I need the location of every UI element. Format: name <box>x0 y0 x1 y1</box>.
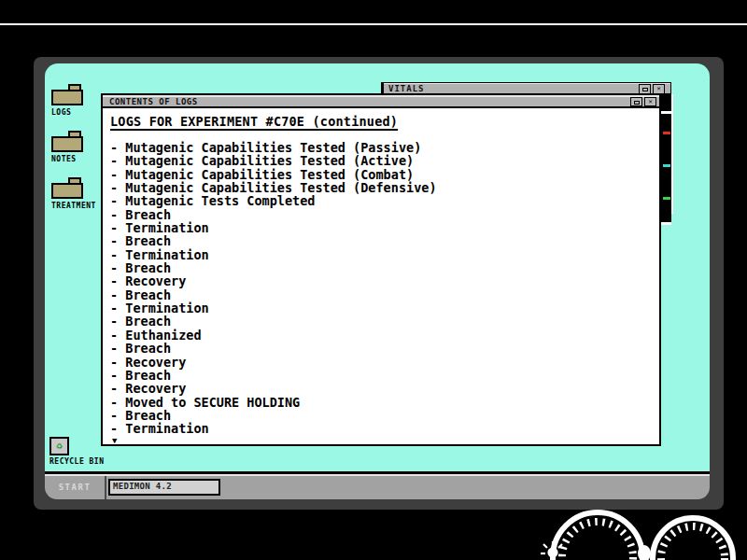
vitals-reading-green <box>663 197 670 200</box>
folder-body <box>51 183 83 199</box>
close-icon[interactable]: ✕ <box>644 97 656 106</box>
log-entry: - Breach <box>110 315 652 328</box>
minimize-glyph <box>642 88 648 91</box>
taskbar-divider <box>105 476 106 499</box>
logs-titlebar[interactable]: CONTENTS OF LOGS ✕ <box>103 95 659 108</box>
taskbar: START MEDIMON 4.2 <box>45 474 710 499</box>
log-entry: - Breach <box>110 342 652 355</box>
log-entry: - Breach <box>110 409 652 422</box>
log-entry: - Breach <box>110 369 652 382</box>
folder-icon <box>51 84 83 105</box>
folder-body <box>51 136 83 152</box>
logs-content: LOGS FOR EXPERIMENT #C70E (continued) - … <box>103 108 659 445</box>
log-entry: - Moved to SECURE HOLDING <box>110 396 652 409</box>
log-entry: - Breach <box>110 288 652 301</box>
minimize-icon[interactable] <box>630 97 642 106</box>
log-entry-text: Termination <box>125 421 208 436</box>
recycle-bin[interactable]: ♻ RECYCLE BIN <box>49 437 104 466</box>
recycle-bin-label: RECYCLE BIN <box>49 457 104 466</box>
vitals-reading-red <box>663 132 670 134</box>
log-entry: - Breach <box>110 261 652 274</box>
minimize-glyph <box>634 101 640 105</box>
log-entry: - Recovery <box>110 382 652 395</box>
log-entry: - Termination <box>110 248 652 261</box>
recycle-bin-icon[interactable]: ♻ <box>49 437 69 455</box>
log-entry: - Termination <box>110 422 652 435</box>
start-button[interactable]: START <box>45 476 105 499</box>
log-entry: - Euthanized <box>110 329 652 342</box>
log-entry: - Breach <box>110 234 652 247</box>
log-entry: - Mutagenic Capabilities Tested (Defensi… <box>110 181 652 194</box>
taskbar-item-medimon[interactable]: MEDIMON 4.2 <box>108 479 220 496</box>
log-entry: - Recovery <box>110 356 652 369</box>
log-entry: - Recovery <box>110 274 652 287</box>
log-entry: - Mutagenic Capabilities Tested (Active) <box>110 154 652 167</box>
vitals-reading-cyan <box>663 164 670 167</box>
folder-icon <box>51 131 83 152</box>
log-entry: - Termination <box>110 221 652 234</box>
logs-window: CONTENTS OF LOGS ✕ LOGS FOR EXPERIMENT #… <box>101 93 661 446</box>
logs-window-title: CONTENTS OF LOGS <box>103 95 659 108</box>
log-entry: - Mutagenic Tests Completed <box>110 194 652 207</box>
folder-icon <box>51 177 83 199</box>
log-entry: - Mutagenic Capabilities Tested (Passive… <box>110 141 652 154</box>
log-entry: - Mutagenic Capabilities Tested (Combat) <box>110 168 652 181</box>
doodle-eyes-art <box>537 508 747 560</box>
logs-heading: LOGS FOR EXPERIMENT #C70E (continued) <box>110 114 652 129</box>
log-list: - Mutagenic Capabilities Tested (Passive… <box>110 141 652 436</box>
log-entry: - Termination <box>110 301 652 315</box>
scroll-down-icon[interactable]: ▼ <box>110 437 652 445</box>
log-bullet: - <box>110 421 118 436</box>
folder-body <box>51 90 83 105</box>
top-divider-line <box>0 23 747 25</box>
log-entry: - Breach <box>110 208 652 221</box>
